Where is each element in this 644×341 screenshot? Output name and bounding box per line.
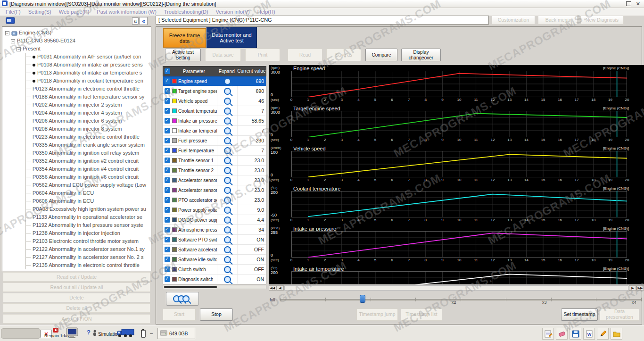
- display-changeover-button[interactable]: Display changeover: [401, 49, 441, 61]
- expand-magnifier-icon[interactable]: [224, 127, 231, 134]
- expand-magnifier-icon[interactable]: [224, 78, 231, 85]
- row-checkbox[interactable]: [165, 217, 170, 223]
- table-row[interactable]: Vehicle speed46: [163, 96, 266, 106]
- scroll-left-icon[interactable]: ◀: [276, 285, 284, 291]
- save-icon[interactable]: [570, 328, 581, 340]
- expand-magnifier-icon[interactable]: [224, 216, 231, 224]
- new-diagnosis-button[interactable]: New Diagnosis: [580, 16, 624, 25]
- tree-item[interactable]: P0604 Abnormality in ECU: [26, 189, 151, 197]
- tab-data-monitor-and-active-test[interactable]: Data monitor and Active test: [206, 27, 257, 48]
- stop-button[interactable]: Stop: [200, 308, 233, 321]
- row-checkbox[interactable]: [165, 108, 170, 114]
- data-preservation-button[interactable]: Data preservation: [600, 308, 639, 321]
- row-checkbox[interactable]: [165, 237, 170, 242]
- tree-expand-box[interactable]: −: [5, 31, 9, 35]
- row-checkbox[interactable]: [165, 207, 170, 213]
- expand-magnifier-icon[interactable]: [224, 266, 231, 273]
- table-horizontal-scrollbar[interactable]: [163, 285, 266, 289]
- table-row[interactable]: Fuel temperature7: [163, 146, 266, 156]
- scroll-right-icon[interactable]: ▶: [629, 285, 636, 291]
- table-row[interactable]: Accelerator sensor 123.0: [163, 175, 266, 185]
- expand-graphs-button[interactable]: [166, 292, 199, 306]
- word-doc-icon[interactable]: W: [583, 328, 595, 340]
- row-checkbox[interactable]: [165, 118, 170, 124]
- table-row[interactable]: Throttle sensor 223.0: [163, 166, 266, 175]
- menu-version-info[interactable]: Version info(V): [212, 9, 254, 15]
- chart-plot[interactable]: [291, 271, 627, 284]
- menu-file[interactable]: File(F): [2, 9, 25, 15]
- start-button[interactable]: Start: [163, 308, 196, 321]
- table-row[interactable]: PTO accelerator sensor23.0: [163, 195, 266, 205]
- tree-item[interactable]: P1192 Abnormality in fuel pressure senso…: [26, 221, 151, 229]
- table-row[interactable]: DC/DC power supply4.4: [163, 215, 266, 225]
- tree-item[interactable]: P0123 Abnormality in electronic control …: [26, 85, 151, 93]
- table-row[interactable]: Power supply voltage9.0: [163, 205, 266, 215]
- monitor-icon[interactable]: [66, 327, 78, 341]
- chart-plot[interactable]: [291, 231, 627, 258]
- menu-web-page[interactable]: Web page(P): [55, 9, 93, 15]
- customization-button[interactable]: Customization: [492, 16, 535, 25]
- set-timestamp-button[interactable]: Set timestamp: [561, 308, 598, 321]
- question-icon[interactable]: ?: [87, 329, 91, 336]
- vehicle-select-icon[interactable]: [6, 17, 15, 25]
- back-menu-button[interactable]: Back menu: [538, 16, 578, 25]
- table-row[interactable]: Engine speed690: [163, 76, 266, 86]
- table-row[interactable]: Intake air pressure58.65: [163, 116, 266, 126]
- collapse-tree-button[interactable]: «: [140, 17, 148, 25]
- chart-plot[interactable]: [291, 111, 627, 137]
- row-checkbox[interactable]: [165, 88, 170, 94]
- tree-item[interactable]: P0188 Abnormality in fuel temperature se…: [26, 93, 151, 101]
- table-row[interactable]: Software accelerator switchOFF: [163, 245, 266, 255]
- table-row[interactable]: Clutch switchOFF: [163, 265, 266, 274]
- data-save-button[interactable]: Data save: [205, 49, 241, 61]
- table-row[interactable]: Accelerator sensor 223.0: [163, 185, 266, 195]
- menu-troubleshooting[interactable]: Troubleshooting(D): [160, 9, 212, 15]
- tree-item[interactable]: P0335 Abnormality in crank angle sensor …: [26, 141, 151, 149]
- table-row[interactable]: Software PTO switchON: [163, 235, 266, 245]
- tree-item[interactable]: P2135 Abnormality in electronic control …: [26, 261, 151, 269]
- eraser-icon[interactable]: [556, 328, 568, 340]
- tree-item[interactable]: P0352 Abnormality in ignition #2 control…: [26, 157, 151, 165]
- expand-magnifier-icon[interactable]: [224, 226, 231, 233]
- tree-item[interactable]: P1238 Abnormality in injector injection: [26, 229, 151, 237]
- table-row[interactable]: Coolant temperature7: [163, 106, 266, 116]
- row-checkbox[interactable]: [165, 266, 170, 272]
- table-row[interactable]: Fuel pressure230: [163, 136, 266, 146]
- table-row[interactable]: Target engine speed690: [163, 86, 266, 96]
- expand-magnifier-icon[interactable]: [224, 108, 231, 115]
- tab-freeze-frame-data[interactable]: Freeze frame data: [163, 28, 206, 48]
- expand-magnifier-icon[interactable]: [224, 98, 231, 105]
- row-checkbox[interactable]: [165, 158, 170, 163]
- chart-plot[interactable]: [291, 191, 627, 217]
- tree-item[interactable]: P0202 Abnormality in injector 2 system: [26, 101, 151, 109]
- chart-scroll-track[interactable]: [284, 285, 628, 291]
- expand-magnifier-icon[interactable]: [224, 187, 231, 194]
- font-size-button[interactable]: a: [132, 17, 139, 25]
- chart-plot[interactable]: [291, 71, 627, 97]
- expand-magnifier-icon[interactable]: [224, 137, 231, 144]
- tree-item[interactable]: P0206 Abnormality in injector 6 system: [26, 117, 151, 125]
- tree-root[interactable]: −Engine (CNG): [3, 29, 151, 37]
- row-checkbox[interactable]: [165, 98, 170, 104]
- tree-item[interactable]: P2103 Electronic control throttle motor …: [26, 237, 151, 245]
- folder-icon[interactable]: [611, 328, 622, 340]
- menu-past-work-information[interactable]: Past work information (W): [93, 9, 160, 15]
- tree-item[interactable]: P0113 Abnormality of intake air temperat…: [26, 69, 151, 77]
- truck-icon[interactable]: [116, 328, 135, 339]
- tree-item[interactable]: P0223 Abnormality in electronic control …: [26, 133, 151, 141]
- row-checkbox[interactable]: [165, 187, 170, 193]
- row-checkbox[interactable]: [165, 247, 170, 252]
- tree-item[interactable]: P0356 Abnormality in ignition #6 control…: [26, 173, 151, 181]
- tree-item[interactable]: P1133 Abnormality in operational acceler…: [26, 213, 151, 221]
- delete-button[interactable]: Delete: [3, 293, 150, 302]
- menu-help[interactable]: Help(H): [254, 9, 279, 15]
- scroll-left-icon[interactable]: ◀◀: [269, 285, 276, 291]
- expand-magnifier-icon[interactable]: [224, 147, 231, 154]
- read-button[interactable]: Read: [288, 49, 322, 61]
- expand-magnifier-icon[interactable]: [224, 207, 231, 214]
- close-icon[interactable]: ✕: [636, 1, 640, 7]
- row-checkbox[interactable]: [165, 276, 170, 282]
- tree-item[interactable]: P0606 Abnormality in ECU: [26, 197, 151, 205]
- scroll-right-icon[interactable]: ▶▶: [636, 285, 644, 291]
- table-row[interactable]: Intake air temperature7: [163, 126, 266, 136]
